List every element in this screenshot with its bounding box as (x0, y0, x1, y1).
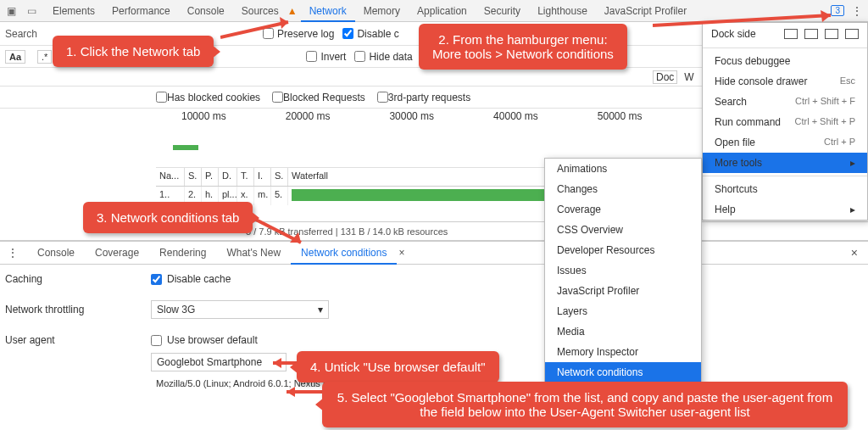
submenu-item[interactable]: Media (545, 321, 701, 342)
submenu-item[interactable]: Memory Inspector (545, 342, 701, 362)
col[interactable]: S. (185, 168, 202, 186)
arrow-2 (653, 8, 848, 34)
submenu-item[interactable]: CSS Overview (545, 220, 701, 240)
submenu-item[interactable]: Developer Resources (545, 240, 701, 260)
match-case-icon[interactable]: Aa (5, 50, 25, 64)
col[interactable]: P. (202, 168, 219, 186)
tab-application[interactable]: Application (409, 0, 476, 22)
useragent-label: User agent (5, 334, 151, 346)
disable-cache-check[interactable]: Disable cache (151, 273, 231, 285)
tab-lighthouse[interactable]: Lighthouse (529, 0, 596, 22)
submenu-item[interactable]: Animations (545, 159, 701, 179)
regex-icon[interactable]: .* (37, 50, 52, 64)
arrow-5 (280, 385, 322, 399)
chevron-right-icon: ▸ (850, 204, 855, 215)
svg-marker-9 (287, 387, 295, 397)
device-icon[interactable]: ▭ (24, 3, 39, 19)
callout-2: 2. From the hamburger menu: More tools >… (419, 24, 627, 70)
submenu-item[interactable]: Layers (545, 301, 701, 321)
menu-run[interactable]: Run commandCtrl + Shift + P (703, 112, 867, 132)
svg-line-0 (220, 22, 288, 37)
submenu-item[interactable]: Changes (545, 179, 701, 199)
svg-marker-3 (821, 10, 831, 22)
hide-data[interactable]: Hide data (354, 51, 412, 63)
inspect-icon[interactable]: ▣ (3, 3, 19, 19)
drawer-more-icon[interactable]: ⋮ (5, 246, 20, 260)
more-icon[interactable]: ⋮ (849, 4, 865, 18)
close-drawer-icon[interactable]: × (851, 246, 863, 260)
col-name[interactable]: Na... (156, 168, 185, 186)
col[interactable]: S. (271, 168, 288, 186)
more-tools-submenu: Animations Changes Coverage CSS Overview… (544, 158, 702, 404)
tick: 20000 ms (286, 110, 331, 122)
main-menu: Dock side Focus debuggee Hide console dr… (702, 22, 868, 221)
callout-1: 1. Click the Network tab (53, 36, 214, 67)
filter-doc[interactable]: Doc (653, 70, 677, 84)
submenu-item[interactable]: Coverage (545, 199, 701, 220)
svg-line-2 (653, 15, 831, 25)
invert[interactable]: Invert (306, 51, 346, 63)
drawer-coverage[interactable]: Coverage (85, 241, 149, 265)
menu-search[interactable]: SearchCtrl + Shift + F (703, 92, 867, 112)
drawer-tabbar: ⋮ Console Coverage Rendering What's New … (0, 241, 868, 265)
tick: 30000 ms (389, 110, 434, 122)
arrow-1 (220, 17, 305, 42)
menu-help[interactable]: Help▸ (703, 199, 867, 220)
col[interactable]: D. (219, 168, 237, 186)
disable-cache-top[interactable]: Disable c (342, 28, 398, 40)
warning-icon: ▲ (287, 5, 298, 17)
throttling-label: Network throttling (5, 304, 151, 316)
tick: 50000 ms (598, 110, 643, 122)
tick: 40000 ms (493, 110, 538, 122)
blocked-requests[interactable]: Blocked Requests (272, 92, 365, 103)
third-party[interactable]: 3rd-party requests (377, 92, 470, 103)
submenu-item[interactable]: Issues (545, 260, 701, 281)
blocked-cookies[interactable]: Has blocked cookies (156, 92, 260, 103)
drawer-console[interactable]: Console (27, 241, 85, 265)
menu-focus[interactable]: Focus debuggee (703, 51, 867, 71)
svg-marker-7 (273, 358, 281, 368)
throttling-select[interactable]: Slow 3G▾ (151, 300, 329, 319)
search-label: Search (5, 28, 37, 40)
close-tab-icon[interactable]: × (398, 247, 404, 259)
tab-security[interactable]: Security (476, 0, 529, 22)
tab-memory[interactable]: Memory (355, 0, 409, 22)
submenu-network-conditions[interactable]: Network conditions (545, 362, 701, 383)
menu-open[interactable]: Open fileCtrl + P (703, 132, 867, 153)
menu-more-tools[interactable]: More tools▸ (703, 153, 867, 173)
filter-ws[interactable]: W (684, 71, 693, 83)
submenu-item[interactable]: JavaScript Profiler (545, 281, 701, 301)
chevron-right-icon: ▸ (850, 157, 855, 169)
callout-5: 5. Select "Googlebot Smartphone" from th… (322, 382, 848, 427)
caching-label: Caching (5, 273, 151, 285)
menu-shortcuts[interactable]: Shortcuts (703, 179, 867, 199)
col[interactable]: T. (237, 168, 254, 186)
tab-network[interactable]: Network (301, 0, 355, 22)
tab-performance[interactable]: Performance (103, 0, 179, 22)
callout-3: 3. Network conditions tab (83, 202, 253, 233)
callout-4: 4. Untick "Use browser default" (297, 351, 499, 383)
tick: 10000 ms (181, 110, 226, 122)
menu-hide-drawer[interactable]: Hide console drawerEsc (703, 71, 867, 92)
use-browser-default-check[interactable]: Use browser default (151, 334, 258, 346)
tab-elements[interactable]: Elements (44, 0, 103, 22)
col[interactable]: I. (254, 168, 271, 186)
drawer-rendering[interactable]: Rendering (149, 241, 216, 265)
svg-marker-1 (280, 17, 288, 29)
chevron-down-icon: ▾ (318, 304, 323, 316)
